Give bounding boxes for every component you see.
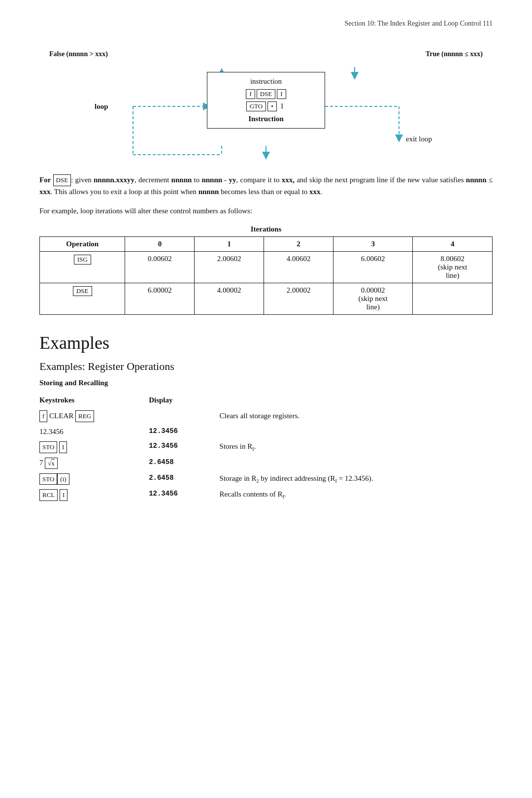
dse-2: 2.00002 [264, 283, 333, 314]
dse-3: 0.00002(skip nextline) [333, 283, 413, 314]
ks-display-3: 12.3456 [139, 439, 211, 455]
ks-row: STO I 12.3456 Stores in RI. [39, 439, 493, 455]
key-i-indirect: (i) [57, 473, 69, 485]
loop-label: loop [95, 102, 108, 111]
diagram-section: False (nnnnn > xxx) True (nnnnn ≤ xxx) [39, 45, 493, 161]
key-dse-row: DSE [73, 286, 92, 296]
col-1: 1 [195, 236, 264, 251]
exit-loop-label: exit loop [406, 135, 432, 143]
diagram-svg-area: instruction f DSE I GTO • 1 Instruction … [64, 62, 468, 161]
ks-display-5: 2.6458 [139, 471, 211, 487]
key-isg: ISG [74, 255, 91, 265]
isg-2: 4.00602 [264, 251, 333, 283]
ks-display-2: 12.3456 [139, 424, 211, 439]
key-i: I [277, 89, 286, 99]
isg-0: 0.00602 [125, 251, 195, 283]
key-reg: REG [75, 410, 94, 422]
dse-label: DSE [40, 283, 125, 314]
ks-header-row: Keystrokes Display [39, 394, 493, 408]
isg-3: 6.00602 [333, 251, 413, 283]
diagram-labels: False (nnnnn > xxx) True (nnnnn ≤ xxx) [39, 50, 493, 58]
ks-display-6: 12.3456 [139, 487, 211, 502]
table-header-row: Operation 0 1 2 3 4 [40, 236, 493, 251]
table-row: ISG 0.00602 2.00602 4.00602 6.00602 8.00… [40, 251, 493, 283]
dse-1: 4.00002 [195, 283, 264, 314]
examples-section: Examples Examples: Register Operations S… [39, 332, 493, 503]
header-text: Section 10: The Index Register and Loop … [345, 20, 493, 27]
key-f: f [246, 89, 255, 99]
key-i-3: I [59, 441, 67, 453]
ks-desc-6: Recalls contents of RI. [212, 487, 493, 502]
label-false: False (nnnnn > xxx) [49, 50, 108, 58]
ks-keystroke-3: STO I [39, 439, 139, 455]
label-true: True (nnnnn ≤ xxx) [426, 50, 483, 58]
dse-4 [413, 283, 493, 314]
key-dot: • [267, 101, 277, 111]
examples-sub-title: Examples: Register Operations [39, 360, 493, 373]
page-header: Section 10: The Index Register and Loop … [39, 20, 493, 31]
ks-row: 7 √x 2.6458 [39, 455, 493, 471]
ks-keystroke-6: RCL I [39, 487, 139, 502]
ks-desc-5: Storage in R2 by indirect addressing (RI… [212, 471, 493, 487]
col-operation: Operation [40, 236, 125, 251]
key-i-6: I [60, 489, 67, 501]
keystrokes-table: Keystrokes Display f CLEAR REG Clears al… [39, 394, 493, 503]
examples-section-bold: Storing and Recalling [39, 379, 493, 387]
body-para-1: For DSE: given nnnnn.xxxyy, decrement nn… [39, 174, 493, 198]
key-1: 1 [278, 101, 286, 111]
ks-keystroke-2: 12.3456 [39, 424, 139, 439]
isg-label: ISG [40, 251, 125, 283]
box-instruction-bottom: Instruction [216, 115, 316, 123]
key-sto-3: STO [39, 441, 57, 453]
table-row: DSE 6.00002 4.00002 2.00002 0.00002(skip… [40, 283, 493, 314]
examples-main-title: Examples [39, 332, 493, 353]
ks-desc-1: Clears all storage registers. [212, 408, 493, 424]
isg-4: 8.00602(skip nextline) [413, 251, 493, 283]
key-f-1: f [39, 410, 47, 422]
dse-0: 6.00002 [125, 283, 195, 314]
iterations-table: Operation 0 1 2 3 4 ISG 0.00602 2.00602 … [39, 236, 493, 315]
box-row2: GTO • 1 [216, 101, 316, 111]
ks-keystroke-5: STO(i) [39, 471, 139, 487]
key-sto-5: STO [39, 473, 57, 485]
ks-header-keystrokes: Keystrokes [39, 394, 139, 408]
ks-header-display: Display [139, 394, 211, 408]
col-0: 0 [125, 236, 195, 251]
col-2: 2 [264, 236, 333, 251]
col-4: 4 [413, 236, 493, 251]
box-instruction-top: instruction [216, 77, 316, 86]
key-dse: DSE [257, 89, 276, 99]
ks-desc-3: Stores in RI. [212, 439, 493, 455]
key-gto: GTO [246, 101, 266, 111]
ks-row: 12.3456 12.3456 [39, 424, 493, 439]
ks-row: f CLEAR REG Clears all storage registers… [39, 408, 493, 424]
ks-desc-4 [212, 455, 493, 471]
iterations-title: Iterations [39, 225, 493, 233]
body-para-2: For example, loop iterations will alter … [39, 205, 493, 217]
ks-desc-2 [212, 424, 493, 439]
key-rcl: RCL [39, 489, 58, 501]
key-sqrtx: √x [45, 458, 58, 469]
col-3: 3 [333, 236, 413, 251]
ks-keystroke-1: f CLEAR REG [39, 408, 139, 424]
ks-display-4: 2.6458 [139, 455, 211, 471]
isg-1: 2.00602 [195, 251, 264, 283]
ks-header-desc [212, 394, 493, 408]
box-row1: f DSE I [216, 89, 316, 99]
ks-display-1 [139, 408, 211, 424]
ks-keystroke-4: 7 √x [39, 455, 139, 471]
ks-row: RCL I 12.3456 Recalls contents of RI. [39, 487, 493, 502]
ks-row: STO(i) 2.6458 Storage in R2 by indirect … [39, 471, 493, 487]
diagram-box: instruction f DSE I GTO • 1 Instruction [207, 72, 325, 129]
